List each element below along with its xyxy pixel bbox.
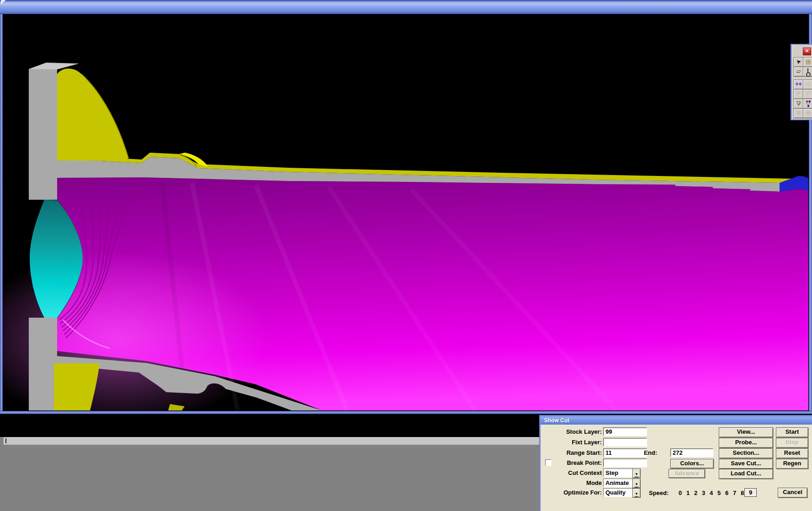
advance-button[interactable]: Advance	[669, 469, 705, 478]
range-start-input[interactable]: 11	[603, 448, 647, 457]
bolt-icon: ϟ	[808, 59, 811, 67]
optimize-for-label: Optimize For:	[541, 489, 602, 496]
probe-button[interactable]: Probe...	[719, 438, 773, 448]
show-cut-dialog: Show Cut Stock Layer: Fixt Layer: Range …	[539, 415, 812, 511]
stock-layer-label: Stock Layer:	[541, 428, 602, 435]
funnel-add-tool-button[interactable]: ▽+	[793, 89, 804, 99]
range-start-label: Range Start:	[541, 449, 602, 456]
mode-dropdown-button[interactable]: ▼	[632, 479, 641, 488]
funnel-remove-tool-button[interactable]: ▽−	[803, 89, 812, 99]
plane-icon: ▱	[796, 68, 801, 75]
blue-dot-icon	[807, 105, 809, 107]
cut-context-select[interactable]: Step	[603, 468, 633, 477]
section-plane-tool-button[interactable]: ▱	[793, 67, 804, 77]
window-frame-left	[0, 14, 3, 414]
speed-0[interactable]: 0	[677, 490, 683, 496]
cut-context-label: Cut Context	[541, 469, 602, 476]
double-plus-icon: ++	[795, 81, 801, 87]
speed-3[interactable]: 3	[701, 490, 706, 496]
reset-button[interactable]: Reset	[776, 448, 808, 458]
speed-selected[interactable]: 9	[744, 488, 757, 497]
circle-plus-icon: ⊕	[796, 110, 801, 116]
cut-context-dropdown-button[interactable]: ▼	[632, 468, 641, 478]
view-button[interactable]: View...	[719, 427, 773, 437]
flatten-tool-button[interactable]: ═	[803, 80, 812, 90]
dialog-body: Stock Layer: Fixt Layer: Range Start: Br…	[541, 425, 812, 511]
speed-4[interactable]: 4	[708, 490, 714, 496]
funnel-check-tool-button[interactable]: ▽✓	[793, 99, 804, 109]
speed-7[interactable]: 7	[732, 490, 738, 496]
fixt-layer-label: Fixt Layer:	[541, 439, 602, 446]
regen-button[interactable]: Regen	[776, 459, 808, 469]
check-overlay-icon: ✓	[798, 102, 801, 106]
plus-overlay-icon: +	[798, 92, 800, 96]
fixture-dome[interactable]	[57, 69, 128, 161]
view-toolbar-palette: ✕ ➤ ▤ϟ ▱ ++ ═ ▽+ ▽− ▽✓ ▽ ⊕ ⊗	[791, 44, 812, 120]
section-button[interactable]: Section...	[719, 448, 773, 458]
colors-button[interactable]: Colors...	[670, 459, 714, 468]
optimize-for-dropdown-button[interactable]: ▼	[632, 488, 641, 498]
application-window: ✕ ➤ ▤ϟ ▱ ++ ═ ▽+ ▽− ▽✓ ▽ ⊕ ⊗ Show Cut	[0, 0, 812, 511]
speed-6[interactable]: 6	[724, 490, 730, 496]
start-button[interactable]: Start	[776, 427, 808, 437]
red-dot-icon	[806, 101, 808, 102]
zoom-add-tool-button[interactable]: ++	[793, 80, 804, 90]
speed-5[interactable]: 5	[716, 490, 722, 496]
flange-lower[interactable]	[29, 318, 57, 410]
end-input[interactable]: 272	[670, 448, 713, 457]
dialog-titlebar[interactable]: Show Cut	[541, 416, 812, 425]
mode-select[interactable]: Animate	[603, 479, 633, 487]
dropdown-arrow-icon: ▼	[635, 483, 638, 487]
pointer-icon: ➤	[794, 57, 803, 66]
bars-icon: ═	[806, 81, 810, 87]
optimize-for-select[interactable]: Quality	[603, 488, 633, 497]
circle-x-icon: ⊗	[806, 110, 810, 116]
close-icon: ✕	[805, 48, 809, 53]
select-pointer-tool-button[interactable]: ➤	[793, 57, 804, 67]
window-frame-bottom	[0, 411, 812, 414]
fixt-layer-input[interactable]	[603, 438, 647, 447]
plumb-probe-tool-button[interactable]	[803, 67, 812, 77]
plumb-ring-icon	[806, 72, 811, 77]
speed-label: Speed:	[649, 490, 669, 496]
palette-close-button[interactable]: ✕	[803, 48, 811, 55]
break-point-checkbox[interactable]	[545, 459, 552, 466]
flange-top-face	[29, 63, 79, 69]
speed-2[interactable]: 2	[693, 490, 699, 496]
region-add-tool-button[interactable]: ⊕	[793, 108, 804, 118]
speed-scale[interactable]: 012345678	[677, 490, 747, 496]
dropdown-arrow-icon: ▼	[635, 492, 638, 497]
cancel-button[interactable]: Cancel	[778, 488, 807, 498]
stock-layer-input[interactable]: 99	[603, 427, 647, 436]
speed-1[interactable]: 1	[685, 490, 691, 496]
mode-label: Mode	[541, 479, 602, 486]
region-delete-tool-button[interactable]: ⊗	[803, 108, 812, 118]
dialog-title: Show Cut	[544, 417, 569, 424]
stop-button[interactable]: Stop	[776, 438, 808, 448]
window-titlebar[interactable]	[0, 0, 812, 14]
funnel-points-tool-button[interactable]: ▽	[803, 99, 812, 109]
save-cut-button[interactable]: Save Cut...	[719, 459, 773, 469]
end-cap[interactable]	[780, 176, 809, 192]
text-caret	[5, 438, 6, 443]
dropdown-arrow-icon: ▼	[635, 473, 638, 477]
end-label: End:	[642, 449, 657, 456]
minus-overlay-icon: −	[807, 92, 810, 96]
break-point-input[interactable]	[603, 458, 647, 467]
blue-dot-icon	[809, 101, 811, 102]
flange-upper[interactable]	[29, 69, 57, 200]
probe-sheet-tool-button[interactable]: ▤ϟ	[803, 57, 812, 67]
load-cut-button[interactable]: Load Cut...	[719, 469, 773, 479]
